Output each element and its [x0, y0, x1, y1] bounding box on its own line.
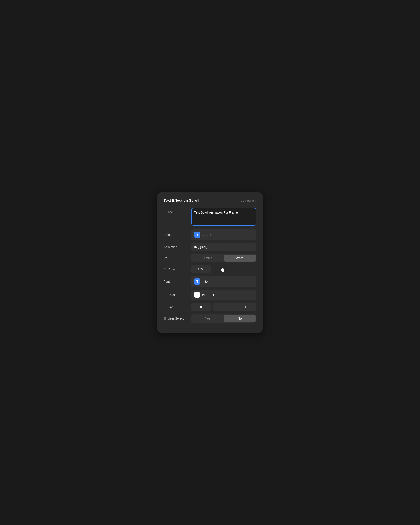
effect-row: Effect ✦ 0, 1, 2 — [164, 229, 256, 240]
plus-small-icon: + — [244, 305, 247, 309]
text-label: ⊕ Text — [164, 208, 188, 214]
animation-select-wrapper: In (Quick) In (Slow) Out (Quick) Out (Sl… — [191, 243, 256, 251]
color-row: ⊕ Color #FFFFFF — [164, 290, 256, 300]
text-control: Text Scroll Animation For Framer — [191, 208, 256, 226]
effect-label: Effect — [164, 233, 188, 236]
gap-stepper: − + — [213, 303, 256, 311]
properties-panel: Text Effect on Scroll Component ⊕ Text T… — [158, 192, 262, 333]
font-control: T Inter — [191, 276, 256, 287]
delay-input[interactable] — [191, 265, 211, 273]
delay-plus-icon: ⊕ — [164, 268, 167, 271]
per-segment: Letter Word — [191, 254, 256, 262]
panel-title: Text Effect on Scroll — [164, 198, 199, 203]
gap-row: ⊕ Gap − + — [164, 303, 256, 311]
font-button[interactable]: T Inter — [191, 276, 256, 287]
delay-label: ⊕ Delay — [164, 268, 188, 271]
color-label-text: Color — [168, 293, 175, 297]
effect-label-text: Effect — [164, 233, 171, 236]
user-select-label: ⊕ User Select — [164, 317, 188, 320]
per-row: Per Letter Word — [164, 254, 256, 262]
animation-select[interactable]: In (Quick) In (Slow) Out (Quick) Out (Sl… — [191, 243, 256, 251]
user-select-segment: Yes No — [191, 314, 256, 323]
user-select-label-text: User Select — [168, 317, 184, 320]
per-control: Letter Word — [191, 254, 256, 262]
animation-control: In (Quick) In (Slow) Out (Quick) Out (Sl… — [191, 243, 256, 251]
panel-subtitle: Component — [241, 199, 256, 202]
delay-slider[interactable] — [213, 270, 256, 270]
text-plus-icon: ⊕ — [164, 210, 167, 214]
user-select-plus-icon: ⊕ — [164, 317, 167, 320]
per-label-text: Per — [164, 256, 168, 260]
text-input[interactable]: Text Scroll Animation For Framer — [191, 208, 256, 225]
color-plus-icon: ⊕ — [164, 293, 167, 297]
gap-control: − + — [191, 303, 256, 311]
font-label-text: Font — [164, 280, 170, 283]
animation-label-text: Animation — [164, 245, 177, 249]
font-type-icon: T — [194, 279, 200, 285]
animation-row: Animation In (Quick) In (Slow) Out (Quic… — [164, 243, 256, 251]
per-word-button[interactable]: Word — [224, 255, 256, 262]
effect-star-icon: ✦ — [194, 232, 200, 238]
color-control: #FFFFFF — [191, 290, 256, 300]
effect-button[interactable]: ✦ 0, 1, 2 — [191, 229, 256, 240]
delay-label-text: Delay — [168, 268, 176, 271]
color-label: ⊕ Color — [164, 293, 188, 297]
gap-increment-button[interactable]: + — [235, 303, 257, 311]
font-row: Font T Inter — [164, 276, 256, 287]
user-select-row: ⊕ User Select Yes No — [164, 314, 256, 323]
color-swatch — [194, 292, 200, 298]
animation-label: Animation — [164, 245, 188, 249]
panel-header: Text Effect on Scroll Component — [164, 198, 256, 203]
user-select-yes-button[interactable]: Yes — [192, 315, 224, 322]
per-letter-button[interactable]: Letter — [192, 255, 224, 262]
gap-input[interactable] — [191, 303, 211, 311]
gap-label: ⊕ Gap — [164, 305, 188, 309]
user-select-no-button[interactable]: No — [224, 315, 256, 322]
delay-slider-wrapper — [213, 267, 256, 271]
gap-label-text: Gap — [168, 305, 173, 309]
text-row: ⊕ Text Text Scroll Animation For Framer — [164, 208, 256, 226]
effect-value: 0, 1, 2 — [203, 233, 211, 236]
gap-plus-icon: ⊕ — [164, 305, 167, 309]
per-label: Per — [164, 256, 188, 260]
font-label: Font — [164, 280, 188, 283]
font-value: Inter — [203, 280, 209, 283]
gap-row-inner: − + — [191, 303, 256, 311]
minus-icon: − — [223, 305, 225, 309]
color-button[interactable]: #FFFFFF — [191, 290, 256, 300]
delay-row: ⊕ Delay — [164, 265, 256, 273]
color-value: #FFFFFF — [202, 293, 215, 297]
delay-row-inner — [191, 265, 256, 273]
effect-control: ✦ 0, 1, 2 — [191, 229, 256, 240]
text-label-text: Text — [168, 210, 173, 214]
delay-control — [191, 265, 256, 273]
gap-decrement-button[interactable]: − — [213, 303, 235, 311]
user-select-control: Yes No — [191, 314, 256, 323]
